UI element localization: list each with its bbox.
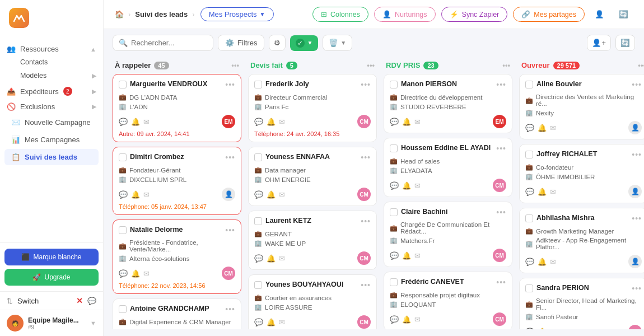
card-perion[interactable]: Sandra PERION ••• 💼 Senior Director, Hea… [519, 278, 644, 329]
message-icon[interactable]: ✉ [143, 269, 150, 278]
marque-blanche-button[interactable]: ⬛ Marque blanche [4, 249, 99, 265]
card-checkbox[interactable] [390, 81, 398, 88]
home-icon[interactable]: 🏠 [115, 10, 124, 18]
chat-icon[interactable]: 💬 [254, 254, 263, 263]
switch-close-icon[interactable]: ✕ [76, 296, 83, 305]
bell-icon[interactable]: 🔔 [267, 118, 276, 126]
chat-icon[interactable]: 💬 [525, 124, 534, 132]
chat-icon[interactable]: 💬 [390, 315, 399, 324]
message-icon[interactable]: ✉ [143, 118, 150, 126]
card-ketz[interactable]: Laurent KETZ ••• 💼 GERANT 🏢WAKE ME UP 💬 … [248, 211, 377, 270]
message-icon[interactable]: ✉ [414, 315, 421, 324]
sidebar-footer[interactable]: 🧑 Equipe Magile... #9 ▼ [0, 310, 103, 336]
chat-icon[interactable]: 💬 [525, 188, 534, 196]
colonnes-button[interactable]: ⊞ Colonnes [312, 7, 368, 22]
card-options-icon[interactable]: ••• [496, 278, 506, 287]
card-el-ayadi[interactable]: Houssem Eddine EL AYADI ••• 💼 Head of sa… [384, 138, 512, 197]
breadcrumb-suivi[interactable]: Suivi des leads [135, 10, 188, 18]
card-options-icon[interactable]: ••• [632, 80, 642, 89]
bell-icon[interactable]: 🔔 [267, 318, 276, 326]
card-options-icon[interactable]: ••• [361, 217, 371, 226]
message-icon[interactable]: ✉ [550, 124, 556, 132]
card-vendroux[interactable]: Marguerite VENDROUX ••• 💼 DG L'ADN DATA … [113, 74, 241, 142]
switch-chat-icon[interactable]: 💬 [87, 297, 96, 305]
card-checkbox[interactable] [254, 217, 262, 225]
chat-icon[interactable]: 💬 [390, 118, 399, 126]
nurturings-button[interactable]: 👤 Nurturings [374, 7, 436, 22]
chat-icon[interactable]: 💬 [390, 251, 399, 260]
mes-prospects-dropdown[interactable]: Mes Prospects ▼ [200, 7, 274, 21]
card-bachini[interactable]: Claire Bachini ••• 💼 Chargée De Communic… [384, 202, 512, 267]
card-checkbox[interactable] [390, 144, 398, 152]
bell-icon[interactable]: 🔔 [402, 251, 411, 260]
card-options-icon[interactable]: ••• [632, 150, 642, 159]
card-options-icon[interactable]: ••• [225, 80, 235, 89]
refresh-button[interactable]: 🔄 [614, 7, 633, 22]
filtres-button[interactable]: ⚙️ Filtres [218, 35, 264, 51]
card-grandchamp[interactable]: Antoine GRANDCHAMP ••• 💼 Digital Experie… [113, 298, 241, 329]
sidebar-item-expediteurs[interactable]: 📤 Expéditeurs 2 ▶ [0, 82, 103, 98]
trash-button[interactable]: 🗑️ ▼ [323, 35, 352, 51]
sidebar-item-suivi-leads[interactable]: 📋 Suivi des leads [4, 149, 99, 165]
card-checkbox[interactable] [254, 153, 262, 161]
card-options-icon[interactable]: ••• [496, 208, 506, 217]
card-joly[interactable]: Frederik Joly ••• 💼 Directeur Commercial… [248, 74, 377, 142]
add-button[interactable]: ✓ ▼ [290, 35, 318, 51]
card-options-icon[interactable]: ••• [496, 144, 506, 153]
message-icon[interactable]: ✉ [550, 258, 556, 266]
bell-icon[interactable]: 🔔 [538, 188, 547, 196]
message-icon[interactable]: ✉ [279, 190, 285, 199]
bell-icon[interactable]: 🔔 [402, 118, 411, 126]
card-checkbox[interactable] [525, 81, 533, 88]
card-mishra[interactable]: Abhilasha Mishra ••• 💼 Growth Marketing … [519, 208, 644, 273]
message-icon[interactable]: ✉ [550, 188, 556, 196]
refresh2-button[interactable]: 🔄 [615, 35, 635, 51]
card-options-icon[interactable]: ••• [361, 281, 371, 290]
card-bouyahyaoui[interactable]: Younes BOUYAHYAOUI ••• 💼 Courtier en ass… [248, 274, 377, 329]
card-checkbox[interactable] [525, 214, 533, 222]
bell-icon[interactable]: 🔔 [267, 254, 276, 263]
col-menu-ouvreur[interactable]: ••• [638, 61, 644, 69]
search-input[interactable] [131, 39, 207, 47]
card-ennafaa[interactable]: Youness ENNAFAA ••• 💼 Data manager 🏢OHM … [248, 147, 377, 206]
sidebar-item-exclusions[interactable]: 🚫 Exclusions ▶ [0, 98, 103, 113]
sidebar-item-modeles[interactable]: Modèles ▶ [0, 69, 103, 82]
card-canevet[interactable]: Frédéric CANEVET ••• 💼 Responsable proje… [384, 272, 512, 329]
card-options-icon[interactable]: ••• [632, 214, 642, 223]
chat-icon[interactable]: 💬 [525, 258, 534, 266]
settings-button[interactable]: ⚙ [269, 35, 286, 51]
card-pierson[interactable]: Manon PIERSON ••• 💼 Directrice du dévelo… [384, 74, 512, 133]
card-checkbox[interactable] [390, 278, 398, 286]
chat-icon[interactable]: 💬 [119, 269, 128, 278]
message-icon[interactable]: ✉ [279, 118, 285, 126]
message-icon[interactable]: ✉ [143, 190, 150, 199]
card-richalet[interactable]: Joffrey RICHALET ••• 💼 Co-fondateur 🏢ÔHM… [519, 144, 644, 203]
bell-icon[interactable]: 🔔 [131, 269, 140, 278]
message-icon[interactable]: ✉ [279, 254, 285, 263]
bell-icon[interactable]: 🔔 [402, 315, 411, 324]
sidebar-item-ressources[interactable]: 👥 Ressources ▲ [0, 40, 103, 55]
card-checkbox[interactable] [119, 81, 127, 88]
search-box[interactable]: 🔍 [113, 35, 213, 51]
card-options-icon[interactable]: ••• [496, 80, 506, 89]
chat-icon[interactable]: 💬 [254, 190, 263, 199]
message-icon[interactable]: ✉ [414, 118, 421, 126]
chat-icon[interactable]: 💬 [119, 118, 128, 126]
card-delorme[interactable]: Natalie Delorme ••• 💼 Présidente - Fonda… [113, 220, 241, 294]
chat-icon[interactable]: 💬 [390, 181, 399, 190]
chat-icon[interactable]: 💬 [525, 328, 534, 330]
sidebar-item-contacts[interactable]: Contacts [0, 55, 103, 69]
message-icon[interactable]: ✉ [279, 318, 285, 326]
user-add-button[interactable]: 👤+ [587, 35, 611, 51]
card-checkbox[interactable] [390, 208, 398, 216]
bell-icon[interactable]: 🔔 [538, 124, 547, 132]
chat-icon[interactable]: 💬 [119, 190, 128, 199]
card-crombez[interactable]: Dimitri Crombez ••• 💼 Fondateur-Gérant 🏢… [113, 147, 241, 215]
card-options-icon[interactable]: ••• [361, 153, 371, 162]
card-checkbox[interactable] [119, 226, 127, 234]
chat-icon[interactable]: 💬 [254, 318, 263, 326]
upgrade-button[interactable]: 🚀 Upgrade [4, 269, 99, 286]
user-settings-button[interactable]: 👤 [590, 7, 609, 22]
card-checkbox[interactable] [254, 281, 262, 289]
bell-icon[interactable]: 🔔 [402, 181, 411, 190]
